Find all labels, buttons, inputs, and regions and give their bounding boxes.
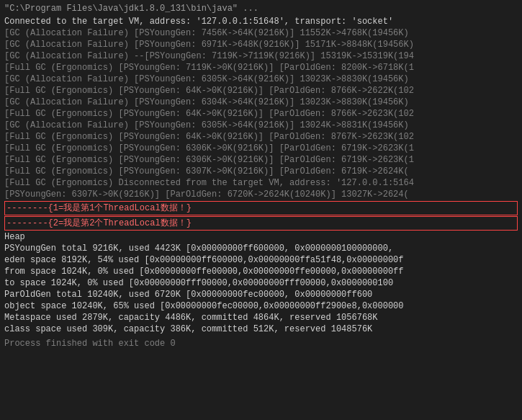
console-line-18: Heap (4, 231, 518, 243)
console-line-14: [Full GC (Ergonomics) Disconnected from … (4, 177, 518, 189)
console-line-12: [Full GC (Ergonomics) [PSYoungGen: 6306K… (4, 154, 518, 166)
console-line-3: [GC (Allocation Failure) --[PSYoungGen: … (4, 50, 518, 62)
console-line-10: [Full GC (Ergonomics) [PSYoungGen: 64K->… (4, 131, 518, 143)
console-line-7: [GC (Allocation Failure) [PSYoungGen: 63… (4, 97, 518, 108)
title-bar: "C:\Program Files\Java\jdk1.8.0_131\bin\… (4, 3, 518, 14)
console-line-16: --------{1=我是第1个ThreadLocal数据！} (4, 201, 518, 215)
console-line-1: [GC (Allocation Failure) [PSYoungGen: 74… (4, 27, 518, 39)
console-line-0: Connected to the target VM, address: '12… (4, 16, 518, 27)
console-line-9: [GC (Allocation Failure) [PSYoungGen: 63… (4, 120, 518, 131)
console-line-13: [Full GC (Ergonomics) [PSYoungGen: 6307K… (4, 166, 518, 177)
console-line-17: --------{2=我是第2个ThreadLocal数据！} (4, 216, 518, 231)
console-line-4: [Full GC (Ergonomics) [PSYoungGen: 7119K… (4, 62, 518, 73)
console-line-19: PSYoungGen total 9216K, used 4423K [0x00… (4, 243, 518, 254)
console-line-20: eden space 8192K, 54% used [0x00000000ff… (4, 254, 518, 266)
console-line-15: [PSYoungGen: 6307K->0K(9216K)] [ParOldGe… (4, 189, 518, 200)
process-finished: Process finished with exit code 0 (4, 338, 518, 349)
console-line-21: from space 1024K, 0% used [0x00000000ffe… (4, 266, 518, 277)
console-line-25: Metaspace used 2879K, capacity 4486K, co… (4, 312, 518, 323)
console-line-6: [Full GC (Ergonomics) [PSYoungGen: 64K->… (4, 85, 518, 97)
console-line-2: [GC (Allocation Failure) [PSYoungGen: 69… (4, 39, 518, 50)
console-line-23: ParOldGen total 10240K, used 6720K [0x00… (4, 289, 518, 300)
console-container: "C:\Program Files\Java\jdk1.8.0_131\bin\… (0, 0, 522, 420)
lines-container: Connected to the target VM, address: '12… (4, 16, 518, 335)
console-line-26: class space used 309K, capacity 386K, co… (4, 323, 518, 335)
console-line-8: [Full GC (Ergonomics) [PSYoungGen: 64K->… (4, 108, 518, 120)
console-line-11: [Full GC (Ergonomics) [PSYoungGen: 6306K… (4, 143, 518, 154)
console-line-24: object space 10240K, 65% used [0x0000000… (4, 300, 518, 312)
console-line-22: to space 1024K, 0% used [0x00000000fff00… (4, 277, 518, 289)
console-line-5: [GC (Allocation Failure) [PSYoungGen: 63… (4, 73, 518, 85)
